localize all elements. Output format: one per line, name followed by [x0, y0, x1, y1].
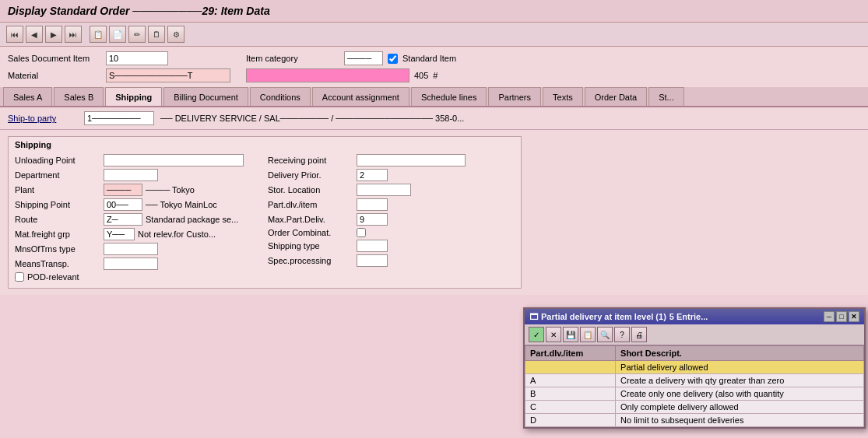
tabs-container: Sales A Sales B Shipping Billing Documen… [0, 87, 868, 107]
popup-table: Part.dlv./item Short Descript. Partial d… [525, 345, 864, 427]
popup-row-value-d: No limit to subsequent deliveries [616, 414, 864, 427]
unloading-point-input[interactable] [104, 154, 244, 166]
form-area: Sales Document Item Material Item catego… [0, 47, 868, 87]
sales-doc-item-input[interactable] [106, 51, 168, 65]
popup-info-btn[interactable]: 🔍 [597, 327, 613, 342]
delivery-prior-input[interactable] [357, 169, 388, 181]
popup-print-btn[interactable]: 🖨 [631, 327, 647, 342]
ship-to-party-row: Ship-to party ── DELIVERY SERVICE / SAL─… [0, 107, 868, 130]
popup-help-btn[interactable]: ? [614, 327, 630, 342]
popup-confirm-btn[interactable]: ✓ [529, 327, 544, 342]
popup-row-key-0 [525, 361, 616, 374]
tab-conditions[interactable]: Conditions [250, 87, 311, 106]
route-input[interactable] [104, 213, 142, 226]
nav-last-btn[interactable]: ⏭ [65, 26, 82, 43]
order-combinat-row: Order Combinat. [268, 228, 515, 237]
item-category-input[interactable] [344, 51, 383, 65]
popup-row-value-a: Create a delivery with qty greater than … [616, 374, 864, 387]
popup-row-d[interactable]: D No limit to subsequent deliveries [525, 414, 864, 427]
tab-order-data[interactable]: Order Data [585, 87, 647, 106]
popup-copy-btn[interactable]: 📋 [580, 327, 596, 342]
popup-row-b[interactable]: B Create only one delivery (also with qu… [525, 387, 864, 401]
nav-prev-btn[interactable]: ◀ [26, 26, 43, 43]
shipping-type-label: Shipping type [268, 241, 353, 251]
shipping-point-label: Shipping Point [15, 200, 100, 209]
department-input[interactable] [104, 169, 158, 181]
part-dlv-input[interactable] [357, 198, 388, 211]
copy-btn[interactable]: 📋 [90, 26, 107, 43]
edit-btn[interactable]: ✏ [128, 26, 146, 43]
popup-save-btn[interactable]: 💾 [563, 327, 578, 342]
sales-doc-item-label: Sales Document Item [8, 54, 101, 63]
standard-item-label: Standard Item [402, 54, 456, 63]
route-label: Route [15, 215, 100, 224]
popup-maximize-btn[interactable]: □ [836, 311, 847, 322]
popup-row-c[interactable]: C Only complete delivery allowed [525, 401, 864, 414]
tab-billing-document[interactable]: Billing Document [163, 87, 248, 106]
mat-freight-row: Mat.freight grp Not relev.for Custo... [15, 228, 262, 240]
popup-row-value-c: Only complete delivery allowed [616, 401, 864, 414]
ship-to-party-input[interactable] [84, 111, 154, 125]
tab-account-assignment[interactable]: Account assignment [312, 87, 409, 106]
material-row: Material [8, 68, 230, 82]
shipping-type-input[interactable] [357, 240, 388, 252]
sales-doc-item-row: Sales Document Item [8, 51, 230, 65]
stor-location-row: Stor. Location [268, 184, 515, 196]
nav-next-btn[interactable]: ▶ [45, 26, 62, 43]
receiving-point-input[interactable] [357, 154, 466, 166]
nav-first-btn[interactable]: ⏮ [6, 26, 23, 43]
settings-btn[interactable]: ⚙ [167, 26, 184, 43]
max-part-deliv-input[interactable] [357, 213, 388, 226]
pod-relevant-checkbox[interactable] [15, 272, 24, 282]
tab-texts[interactable]: Texts [543, 87, 583, 106]
popup-close-btn[interactable]: ✕ [849, 311, 859, 322]
title-bar: Display Standard Order ─────────29: Item… [0, 0, 868, 23]
material-label: Material [8, 71, 101, 80]
material-description-input[interactable] [246, 68, 409, 82]
receiving-point-label: Receiving point [268, 156, 353, 165]
max-part-deliv-row: Max.Part.Deliv. [268, 213, 515, 226]
ship-to-party-label[interactable]: Ship-to party [8, 114, 78, 123]
item-category-row: Item category Standard Item [246, 51, 456, 65]
calc-btn[interactable]: 🗒 [148, 26, 165, 43]
tab-schedule-lines[interactable]: Schedule lines [411, 87, 487, 106]
mat-freight-input[interactable] [104, 228, 135, 240]
tab-partners[interactable]: Partners [488, 87, 541, 106]
popup-cancel-btn[interactable]: ✕ [546, 327, 561, 342]
shipping-point-input[interactable] [104, 198, 142, 211]
shipping-point-value: ── Tokyo MainLoc [146, 200, 217, 209]
standard-item-checkbox[interactable] [388, 54, 398, 64]
max-part-deliv-label: Max.Part.Deliv. [268, 215, 353, 224]
plant-input[interactable] [104, 184, 142, 196]
means-transp-input[interactable] [104, 258, 158, 270]
stor-location-input[interactable] [357, 184, 411, 196]
means-transp-row: MeansTransp. [15, 258, 262, 270]
form-col-left: Sales Document Item Material [8, 51, 230, 82]
display-btn[interactable]: 📄 [109, 26, 126, 43]
shipping-type-row: Shipping type [268, 240, 515, 252]
item-number-row: 405 # [246, 68, 456, 82]
plant-value: ──── Tokyo [146, 185, 195, 194]
popup-row-key-b: B [525, 387, 616, 401]
popup-row-key-c: C [525, 401, 616, 414]
tab-sales-a[interactable]: Sales A [3, 87, 52, 106]
mns-trns-input[interactable] [104, 243, 158, 255]
right-fields: Receiving point Delivery Prior. Stor. Lo… [268, 154, 515, 282]
tab-status[interactable]: St... [648, 87, 684, 106]
material-input[interactable] [106, 68, 230, 82]
plant-row: Plant ──── Tokyo [15, 184, 262, 196]
mat-freight-value: Not relev.for Custo... [138, 230, 216, 239]
mns-trns-label: MnsOfTrns type [15, 244, 100, 254]
tab-sales-b[interactable]: Sales B [54, 87, 104, 106]
shipping-point-row: Shipping Point ── Tokyo MainLoc [15, 198, 262, 211]
popup-row-highlight[interactable]: Partial delivery allowed [525, 361, 864, 374]
hash-value: # [433, 71, 438, 80]
order-combinat-label: Order Combinat. [268, 228, 353, 237]
unloading-point-label: Unloading Point [15, 156, 100, 165]
popup-row-a[interactable]: A Create a delivery with qty greater tha… [525, 374, 864, 387]
tab-shipping[interactable]: Shipping [105, 87, 162, 107]
spec-processing-input[interactable] [357, 254, 388, 267]
popup-minimize-btn[interactable]: ─ [824, 311, 835, 322]
ship-to-party-description: ── DELIVERY SERVICE / SAL──────── / ────… [160, 114, 464, 123]
order-combinat-checkbox[interactable] [357, 228, 366, 237]
